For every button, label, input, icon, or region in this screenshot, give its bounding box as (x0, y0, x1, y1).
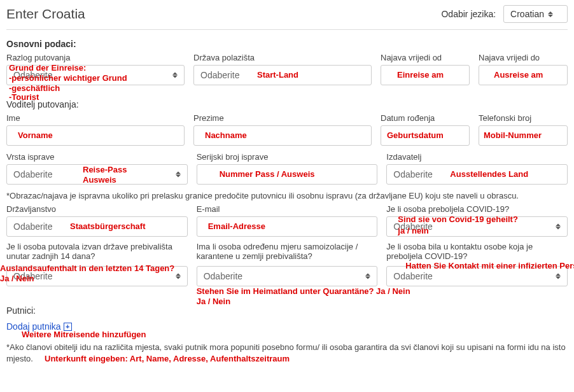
select-putovala[interactable]: Odaberite (6, 266, 188, 286)
section-voditelj: Voditelj putovanja: (6, 99, 568, 109)
select-placeholder: Odaberite (393, 221, 432, 232)
label-telefon: Telefonski broj (479, 113, 568, 123)
label-putovala: Je li osoba putovala izvan države prebiv… (6, 242, 188, 263)
note-obrazac: *Obrazac/najava je ispravna ukoliko pri … (6, 191, 568, 200)
select-vrsta-isprave[interactable]: Odaberite (6, 164, 188, 185)
label-najava-od: Najava vrijedi od (381, 53, 470, 62)
select-razlog[interactable]: Odaberite (6, 65, 185, 85)
input-email[interactable] (197, 216, 378, 237)
label-prezime: Prezime (193, 113, 372, 123)
label-samoizolacija: Ima li osoba određenu mjeru samoizolacij… (197, 242, 378, 263)
select-izdavatelj[interactable]: Odaberite (386, 164, 568, 185)
label-kontakt: Je li osoba bila u kontaktu osobe koja j… (386, 242, 568, 263)
sort-icon (172, 73, 178, 78)
language-label: Odabir jezika: (441, 9, 496, 19)
label-serijski: Serijski broj isprave (197, 152, 378, 162)
input-prezime[interactable] (193, 125, 372, 146)
label-email: E-mail (197, 204, 378, 214)
section-putnici: Putnici: (6, 305, 568, 316)
select-preboljela[interactable]: Odaberite (386, 216, 568, 237)
section-osnovni: Osnovni podaci: (6, 39, 568, 49)
input-najava-od[interactable] (381, 65, 470, 85)
input-ime[interactable] (6, 125, 185, 146)
select-placeholder: Odaberite (204, 271, 242, 281)
annotation-janein3: Ja / Nein (197, 297, 230, 306)
annotation-unterkunft: Unterkunft eingeben: Art, Name, Adresse,… (45, 353, 290, 364)
label-drzavljanstvo: Državljanstvo (6, 204, 188, 214)
sort-icon (556, 224, 561, 230)
label-ime: Ime (6, 113, 185, 123)
link-dodaj-label: Dodaj putnika (6, 321, 61, 332)
sort-icon (556, 274, 561, 279)
select-placeholder: Odaberite (393, 169, 432, 179)
select-kontakt[interactable]: Odaberite (386, 266, 568, 286)
label-vrsta-isprave: Vrsta isprave (6, 152, 188, 162)
label-drzava-polazista: Država polazišta (193, 53, 372, 62)
select-placeholder: Odaberite (200, 70, 239, 80)
label-razlog: Razlog putovanja (6, 53, 185, 62)
select-placeholder: Odaberite (13, 271, 52, 281)
annotation-quarant: Stehen Sie im Heimatland unter Quarantän… (197, 286, 410, 296)
select-drzava-polazista[interactable]: Odaberite (193, 65, 372, 85)
select-placeholder: Odaberite (13, 221, 52, 232)
footnote-clanovi: *Ako članovi obitelji idu na različita m… (6, 342, 568, 364)
link-dodaj-putnika[interactable]: Dodaj putnika + (6, 321, 72, 332)
page-title: Enter Croatia (6, 6, 85, 22)
select-samoizolacija[interactable]: Odaberite (197, 266, 378, 286)
label-najava-do: Najava vrijedi do (479, 53, 568, 62)
label-preboljela: Je li osoba preboljela COVID-19? (386, 204, 568, 214)
select-drzavljanstvo[interactable]: Odaberite (6, 216, 188, 237)
language-value: Croatian (510, 9, 544, 19)
sort-icon (365, 274, 370, 279)
input-telefon[interactable] (479, 125, 568, 146)
select-placeholder: Odaberite (13, 169, 52, 179)
input-datum-rodenja[interactable] (381, 125, 470, 146)
sort-icon (548, 11, 553, 17)
plus-icon: + (64, 323, 72, 331)
select-placeholder: Odaberite (393, 271, 432, 281)
select-placeholder: Odaberite (13, 70, 52, 80)
label-izdavatelj: Izdavatelj (386, 152, 568, 162)
label-datum-rodenja: Datum rođenja (381, 113, 470, 123)
input-najava-do[interactable] (479, 65, 568, 85)
language-select[interactable]: Croatian (503, 5, 568, 23)
input-serijski[interactable] (197, 164, 378, 185)
sort-icon (176, 274, 181, 279)
sort-icon (176, 172, 181, 178)
